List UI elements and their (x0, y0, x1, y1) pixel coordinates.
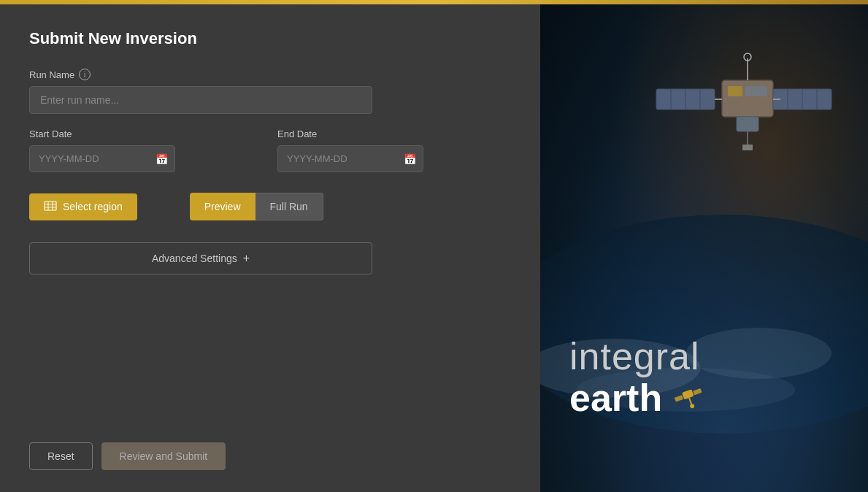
end-date-label: End Date (277, 128, 317, 139)
start-date-field: Start Date 📅 (29, 128, 263, 172)
svg-rect-18 (728, 86, 742, 96)
advanced-settings-label: Advanced Settings (152, 253, 237, 264)
app-container: Submit New Inversion Run Name i Start Da… (0, 0, 868, 492)
start-date-label-row: Start Date (29, 128, 263, 139)
svg-rect-19 (745, 86, 767, 96)
run-name-label: Run Name (29, 69, 74, 80)
top-accent-bar (0, 0, 868, 4)
run-name-label-row: Run Name i (29, 69, 511, 80)
full-run-button[interactable]: Full Run (256, 193, 323, 220)
left-panel: Submit New Inversion Run Name i Start Da… (0, 0, 540, 492)
svg-rect-5 (722, 80, 773, 117)
run-name-input[interactable] (29, 86, 372, 114)
brand-earth-line: earth (569, 377, 853, 419)
form-section: Run Name i Start Date 📅 End Da (29, 69, 511, 428)
date-row: Start Date 📅 End Date 📅 (29, 128, 511, 172)
review-submit-button[interactable]: Review and Submit (101, 442, 226, 470)
advanced-settings-button[interactable]: Advanced Settings + (29, 242, 372, 274)
end-date-label-row: End Date (277, 128, 511, 139)
bottom-buttons: Reset Review and Submit (29, 428, 511, 470)
svg-rect-28 (693, 388, 702, 395)
run-type-group: Preview Full Run (190, 193, 323, 220)
full-run-label: Full Run (270, 201, 308, 212)
right-panel: integral earth (540, 0, 868, 492)
start-date-label: Start Date (29, 128, 72, 139)
start-date-input[interactable] (29, 145, 175, 172)
svg-rect-26 (682, 390, 694, 400)
review-submit-label: Review and Submit (120, 450, 208, 462)
preview-label: Preview (204, 201, 241, 212)
preview-button[interactable]: Preview (190, 193, 256, 220)
end-date-calendar-icon[interactable]: 📅 (404, 153, 416, 165)
svg-rect-27 (675, 396, 683, 402)
select-region-map-icon (44, 201, 57, 213)
brand-earth-text: earth (569, 377, 662, 419)
brand-text: integral earth (569, 336, 853, 419)
svg-rect-0 (45, 201, 56, 210)
start-date-wrapper: 📅 (29, 145, 175, 172)
end-date-field: End Date 📅 (277, 128, 511, 172)
select-region-label: Select region (63, 201, 123, 212)
reset-label: Reset (47, 450, 74, 462)
svg-line-29 (689, 398, 691, 404)
svg-rect-22 (742, 145, 753, 150)
advanced-settings-plus-icon: + (243, 252, 250, 265)
satellite-illustration (634, 7, 853, 226)
svg-rect-20 (737, 117, 758, 131)
select-region-button[interactable]: Select region (29, 193, 137, 220)
brand-logo-icon (671, 380, 707, 416)
start-date-calendar-icon[interactable]: 📅 (155, 153, 168, 165)
svg-point-30 (689, 404, 695, 410)
reset-button[interactable]: Reset (29, 442, 93, 470)
end-date-wrapper: 📅 (277, 145, 423, 172)
brand-integral-text: integral (569, 336, 853, 377)
action-row: Select region Preview Full Run (29, 193, 511, 220)
page-title: Submit New Inversion (29, 29, 511, 48)
end-date-input[interactable] (277, 145, 423, 172)
run-name-info-icon[interactable]: i (79, 69, 91, 80)
